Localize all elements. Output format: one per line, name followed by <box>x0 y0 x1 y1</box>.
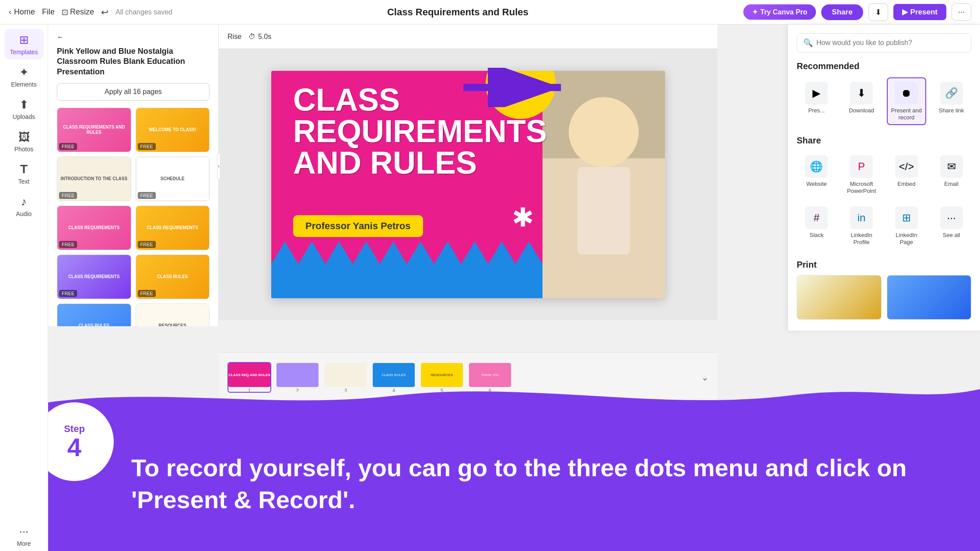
chevron-left-icon: ‹ <box>9 7 11 17</box>
photos-icon: 🖼 <box>18 130 30 144</box>
linkedin-profile-option[interactable]: in LinkedIn Profile <box>842 203 882 249</box>
linkedin-profile-label: LinkedIn Profile <box>845 232 878 245</box>
print-option-2[interactable] <box>887 275 972 320</box>
sidebar-photos-label: Photos <box>14 146 34 153</box>
slack-icon: # <box>805 206 828 229</box>
website-label: Website <box>806 181 827 188</box>
recommended-section-title: Recommended <box>797 61 971 71</box>
topbar-right: ✦ Try Canva Pro Share ⬇ ▶ Present ··· <box>743 3 971 21</box>
share-link-label: Share link <box>939 107 964 114</box>
purple-arrow <box>459 68 573 107</box>
share-button[interactable]: Share <box>821 4 863 20</box>
sidebar-templates-label: Templates <box>10 49 38 56</box>
more-options-button[interactable]: ··· <box>952 3 971 21</box>
star-decoration: ✱ <box>512 202 534 233</box>
collapse-panel-button[interactable]: ‹ <box>217 153 220 179</box>
template-thumb-8[interactable]: CLASS RULES FREE <box>136 255 210 299</box>
home-label: Home <box>14 7 35 17</box>
slack-label: Slack <box>809 232 823 239</box>
print-thumb-1 <box>797 276 881 319</box>
sidebar-item-templates[interactable]: ⊞ Templates <box>4 29 44 59</box>
step-instruction: To record yourself, you can go to the th… <box>131 452 945 516</box>
email-icon: ✉ <box>940 155 963 178</box>
template-thumb-2[interactable]: WELCOME TO CLASS! FREE <box>136 108 210 152</box>
resize-label: Resize <box>70 7 94 17</box>
apply-all-button[interactable]: Apply all 16 pages <box>57 83 210 101</box>
duration-value: 5.0s <box>258 33 271 41</box>
embed-label: Embed <box>897 181 915 188</box>
sidebar-item-more[interactable]: ··· More <box>4 520 44 551</box>
share-section-title: Share <box>797 136 971 146</box>
present-rec-label: Pres... <box>808 107 825 114</box>
sidebar-item-photos[interactable]: 🖼 Photos <box>4 126 44 157</box>
present-option[interactable]: ▶ Pres... <box>797 77 836 125</box>
template-thumb-1[interactable]: CLASS REQUIREMENTS AND RULES FREE <box>57 108 131 152</box>
ppt-label: Microsoft PowerPoint <box>845 181 878 194</box>
present-record-option[interactable]: ⏺ Present and record <box>887 77 927 125</box>
try-pro-button[interactable]: ✦ Try Canva Pro <box>743 4 816 20</box>
website-option[interactable]: 🌐 Website <box>797 152 836 198</box>
back-icon: ← <box>57 33 64 41</box>
ppt-icon: P <box>850 155 873 178</box>
uploads-icon: ⬆ <box>19 98 29 112</box>
undo-button[interactable]: ↩ <box>101 7 108 17</box>
template-thumb-10[interactable]: RESOURCES <box>136 303 210 326</box>
linkedin-profile-icon: in <box>850 206 873 229</box>
template-thumb-9[interactable]: CLASS RULES FREE <box>57 303 131 326</box>
linkedin-page-option[interactable]: ⊞ LinkedIn Page <box>887 203 927 249</box>
file-button[interactable]: File <box>42 7 55 17</box>
professor-name-box: Professor Yanis Petros <box>293 215 423 237</box>
see-all-option[interactable]: ··· See all <box>931 203 971 249</box>
download-rec-icon: ⬇ <box>850 82 873 105</box>
microsoft-ppt-option[interactable]: P Microsoft PowerPoint <box>842 152 882 198</box>
template-panel: ← Pink Yellow and Blue Nostalgia Classro… <box>48 24 219 326</box>
template-thumb-4[interactable]: SCHEDULE FREE <box>136 157 210 201</box>
sidebar-item-text[interactable]: T Text <box>4 158 44 189</box>
sidebar-elements-label: Elements <box>11 81 36 88</box>
share-link-option[interactable]: 🔗 Share link <box>931 77 971 125</box>
embed-icon: </> <box>895 155 918 178</box>
transition-selector[interactable]: Rise <box>228 33 242 41</box>
template-back-button[interactable]: ← <box>57 33 210 41</box>
sidebar-item-elements[interactable]: ✦ Elements <box>4 61 44 92</box>
clock-icon: ⏱ <box>248 33 256 41</box>
resize-icon: ⊡ <box>62 7 68 17</box>
home-button[interactable]: ‹ Home <box>9 7 35 17</box>
download-rec-label: Download <box>849 107 874 114</box>
wave-svg <box>0 380 980 411</box>
sidebar-item-audio[interactable]: ♪ Audio <box>4 191 44 221</box>
canvas-toolbar: Rise ⏱ 5.0s <box>219 24 718 49</box>
print-section-title: Print <box>797 260 971 270</box>
linkedin-page-label: LinkedIn Page <box>890 232 923 245</box>
publish-panel: 🔍 Recommended ▶ Pres... ⬇ Download ⏺ Pre… <box>788 24 980 331</box>
saved-status: All changes saved <box>116 8 172 16</box>
sidebar-item-uploads[interactable]: ⬆ Uploads <box>4 94 44 124</box>
email-label: Email <box>944 181 959 188</box>
template-thumb-7[interactable]: CLASS REQUIREMENTS FREE <box>57 255 131 299</box>
see-all-icon: ··· <box>940 206 963 229</box>
svg-rect-3 <box>578 167 630 255</box>
topbar: ‹ Home File ⊡ Resize ↩ All changes saved… <box>0 0 980 24</box>
download-button[interactable]: ⬇ <box>868 3 888 21</box>
resize-button[interactable]: ⊡ Resize <box>62 7 94 17</box>
template-thumb-6[interactable]: CLASS REQUIREMENTS FREE <box>136 206 210 250</box>
template-thumb-5[interactable]: CLASS REQUIREMENTS FREE <box>57 206 131 250</box>
search-icon: 🔍 <box>803 38 813 48</box>
share-link-icon: 🔗 <box>940 82 963 105</box>
template-thumb-3[interactable]: INTRODUCTION TO THE CLASS FREE <box>57 157 131 201</box>
print-thumb-2 <box>887 276 971 319</box>
linkedin-page-icon: ⊞ <box>895 206 918 229</box>
present-button[interactable]: ▶ Present <box>893 4 946 20</box>
document-title: Class Requirements and Rules <box>179 7 736 18</box>
print-option-1[interactable] <box>797 275 882 320</box>
embed-option[interactable]: </> Embed <box>887 152 927 198</box>
slack-option[interactable]: # Slack <box>797 203 836 249</box>
audio-icon: ♪ <box>21 195 27 209</box>
share-grid: 🌐 Website P Microsoft PowerPoint </> Emb… <box>797 152 971 249</box>
duration-selector[interactable]: ⏱ 5.0s <box>248 33 271 41</box>
present-record-icon: ⏺ <box>895 82 918 105</box>
email-option[interactable]: ✉ Email <box>931 152 971 198</box>
download-option[interactable]: ⬇ Download <box>842 77 882 125</box>
website-icon: 🌐 <box>805 155 828 178</box>
publish-search-input[interactable] <box>816 39 965 47</box>
